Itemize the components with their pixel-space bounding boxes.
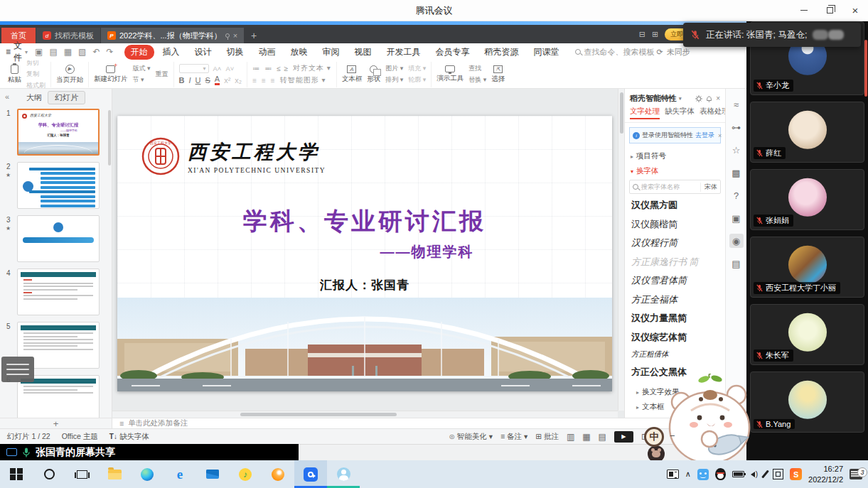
start-button[interactable] <box>0 460 33 488</box>
ribbon-tab-design[interactable]: 设计 <box>188 45 218 60</box>
font-option[interactable]: 方正康逸行书 简 <box>631 256 719 269</box>
textbox-button[interactable]: A文本框 <box>342 65 363 84</box>
comments-button[interactable]: ⊞ 批注 <box>535 432 559 442</box>
font-option[interactable]: 汉仪程行简 <box>631 237 719 249</box>
font-color-button[interactable]: A <box>215 75 220 85</box>
canvas-horizontal-scrollbar[interactable] <box>112 411 618 418</box>
subscript-button[interactable]: x₂ <box>235 76 242 85</box>
outline-tab[interactable]: 大纲 <box>26 92 42 103</box>
close-tab-icon[interactable]: × <box>233 31 237 40</box>
section-bullets[interactable]: ▸项目符号 <box>625 148 725 163</box>
file-explorer-button[interactable] <box>98 460 131 488</box>
ribbon-tab-dev[interactable]: 开发工具 <box>380 45 427 60</box>
zoom-out-icon[interactable]: − <box>670 430 675 441</box>
shapes-button[interactable]: 形状 <box>367 65 380 84</box>
gear-icon[interactable] <box>695 95 702 102</box>
align-center-icon[interactable]: ≡ <box>262 77 267 85</box>
ribbon-tab-home[interactable]: 开始 <box>124 45 154 60</box>
hidden-icons-chevron[interactable]: ∧ <box>685 470 691 479</box>
slider-settings-icon[interactable]: ⊶ <box>729 120 744 134</box>
minimize-button[interactable] <box>791 0 817 21</box>
font-option[interactable]: 汉仪颜楷简 <box>631 218 719 231</box>
close-panel-icon[interactable]: × <box>716 94 720 102</box>
slideshow-play-button[interactable]: ▶ <box>614 431 633 443</box>
slide-thumb-4[interactable]: 4 <box>17 269 103 315</box>
underline-button[interactable]: U <box>195 76 201 85</box>
ime-square-icon[interactable] <box>773 469 783 479</box>
tab-text-processing[interactable]: 文字处理 <box>630 107 660 119</box>
layers-icon[interactable]: ▩ <box>729 166 744 180</box>
split-view-icon[interactable]: ⊟ <box>639 30 645 39</box>
task-view-button[interactable] <box>65 460 98 488</box>
restore-button[interactable] <box>817 0 842 21</box>
ribbon-tab-resources[interactable]: 稻壳资源 <box>478 45 525 60</box>
cut-button[interactable]: 剪切 <box>26 60 45 67</box>
participant-scrollbar[interactable] <box>864 40 867 97</box>
wps-document-tab[interactable]: P 2022学科、...报（物理学科） × <box>101 28 244 43</box>
bold-button[interactable]: B <box>179 76 185 85</box>
close-button[interactable]: × <box>842 0 868 21</box>
font-option[interactable]: 汉仪综艺体简 <box>631 331 719 344</box>
arrange-button[interactable]: 排列 ▾ <box>385 75 403 85</box>
font-option[interactable]: 汉仪力量黑简 <box>631 312 719 325</box>
slides-tab[interactable]: 幻灯片 <box>48 91 85 104</box>
tab-missing-fonts[interactable]: 缺失字体 <box>665 107 695 119</box>
floating-tooltip[interactable] <box>1 357 34 382</box>
wps-template-tab[interactable]: d 找稻壳模板 <box>36 28 100 43</box>
cortana-button[interactable] <box>33 460 65 488</box>
select-button[interactable]: ⇱选择 <box>491 65 505 84</box>
section-button[interactable]: 节 ▾ <box>133 75 151 85</box>
meeting-share-app-button[interactable] <box>327 460 360 488</box>
slide-thumb-1[interactable]: 1 西安工程大学 学科、专业研讨汇报 ——物理学科 汇报人：张国青 <box>17 109 103 156</box>
browser-button[interactable]: e <box>164 460 196 488</box>
fill-button[interactable]: 填充 ▾ <box>408 64 426 73</box>
number-list-icon[interactable]: ≕ <box>264 65 272 72</box>
qq-icon[interactable] <box>715 468 726 480</box>
sogou-input-icon[interactable]: S <box>790 468 802 480</box>
normal-view-icon[interactable]: ▥ <box>567 432 574 442</box>
command-search[interactable]: 查找命令、搜索模板 <box>575 47 655 58</box>
battery-icon[interactable] <box>732 471 744 477</box>
participant-tile[interactable]: 薛红 <box>750 102 864 163</box>
grid-view-icon[interactable]: ⊞ <box>652 30 658 39</box>
taskbar-clock[interactable]: 16:27 2022/12/2 <box>808 464 843 484</box>
participant-tile[interactable]: B.Yang <box>750 372 864 433</box>
slide-thumb-3[interactable]: 3 ★ <box>17 215 103 262</box>
font-option[interactable]: 方正全福体 <box>631 293 719 306</box>
reset-button[interactable]: 重置 <box>156 70 168 79</box>
qq-music-button[interactable]: ♪ <box>229 460 262 488</box>
pen-icon[interactable] <box>761 470 769 479</box>
section-change-font[interactable]: ▾换字体 <box>625 163 725 178</box>
paste-button[interactable]: 粘贴 <box>8 65 21 85</box>
layout-button[interactable]: 版式 ▾ <box>133 64 151 73</box>
read-mode-icon[interactable]: ▤ <box>729 256 744 271</box>
smart-beautify-button[interactable]: ⊙ 智能美化 ▾ <box>449 432 492 442</box>
ribbon-tab-vip[interactable]: 会员专享 <box>429 45 476 60</box>
ribbon-tab-transition[interactable]: 切换 <box>220 45 250 60</box>
add-slide-button[interactable]: + <box>0 418 112 428</box>
new-tab-button[interactable]: + <box>251 31 257 40</box>
volume-icon[interactable]: ) <box>751 470 758 478</box>
participant-tile[interactable]: 西安工程大学丁小丽 <box>750 237 864 298</box>
italic-button[interactable]: I <box>188 76 191 85</box>
ime-indicator[interactable]: 中 <box>644 427 664 447</box>
font-category-select[interactable]: 宋体 <box>700 183 717 192</box>
font-option[interactable]: 方正粗倩体 <box>631 349 719 359</box>
redo-icon[interactable]: ↷ <box>104 47 115 57</box>
bullet-list-icon[interactable]: ≔ <box>252 65 260 72</box>
current-slide[interactable]: 西安工程大学 西安工程大学 XI'AN POLYTECHNIC UNIVERSI… <box>117 116 612 391</box>
superscript-button[interactable]: x² <box>224 76 230 85</box>
undo-icon[interactable]: ↶ <box>90 47 102 57</box>
reading-view-icon[interactable]: ▤ <box>599 432 606 442</box>
participant-tile[interactable]: 张娟娟 <box>750 169 864 230</box>
align-right-icon[interactable]: ≡ <box>271 77 276 85</box>
save-icon[interactable]: ▣ <box>33 47 45 57</box>
participant-tile[interactable]: 朱长军 <box>750 304 864 365</box>
browser2-button[interactable] <box>262 460 294 488</box>
print-icon[interactable]: ▦ <box>62 47 74 57</box>
dismiss-notice-icon[interactable]: × <box>718 132 722 139</box>
ribbon-tab-classroom[interactable]: 同课堂 <box>527 45 566 60</box>
ribbon-tab-review[interactable]: 审阅 <box>316 45 346 60</box>
new-slide-button[interactable]: 新建幻灯片 <box>94 65 128 84</box>
tencent-meeting-taskbar-button[interactable] <box>294 460 327 488</box>
